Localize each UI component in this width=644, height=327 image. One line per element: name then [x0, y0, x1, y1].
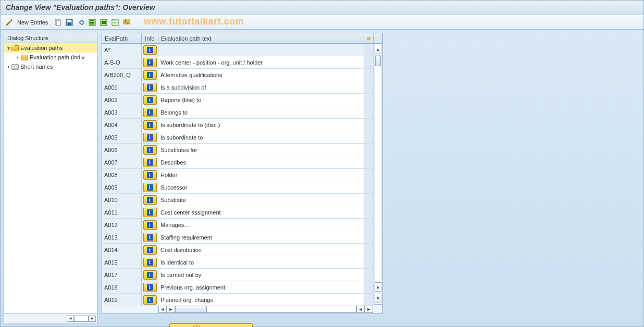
cell-evalpath[interactable]: A010 [102, 194, 142, 206]
cell-evalpath[interactable]: A017 [102, 269, 142, 281]
select-block-icon[interactable] [99, 18, 108, 27]
info-button[interactable]: i [143, 108, 157, 117]
scroll-thumb[interactable] [375, 56, 381, 66]
deselect-icon[interactable] [110, 18, 120, 27]
info-button[interactable]: i [143, 133, 157, 142]
cell-evalpath[interactable]: A005 [102, 131, 142, 144]
scroll-track[interactable] [175, 306, 356, 313]
info-button[interactable]: i [143, 208, 157, 217]
table-row[interactable]: A001iIs a subdivision of [102, 81, 382, 94]
cell-text[interactable]: Reports (line) to [158, 94, 364, 106]
table-row[interactable]: A014iCost distribution [102, 244, 382, 256]
tree[interactable]: ▾ Evaluation paths • Evaluation path (in… [4, 43, 97, 313]
info-button[interactable]: i [143, 195, 157, 205]
info-button[interactable]: i [143, 83, 157, 92]
cell-evalpath[interactable]: A007 [102, 156, 142, 169]
scroll-right-icon[interactable]: ► [89, 316, 96, 322]
cell-evalpath[interactable]: A015 [102, 256, 142, 269]
table-row[interactable]: A008iHolder [102, 169, 382, 181]
scroll-left-icon[interactable]: ◄ [67, 316, 74, 322]
cell-text[interactable]: Is a subdivision of [158, 81, 364, 94]
position-button[interactable]: Position... [169, 323, 253, 327]
cell-text[interactable]: Staffing requirement [158, 231, 364, 244]
table-row[interactable]: A012iManages... [102, 219, 382, 231]
cell-text[interactable]: Is identical to [158, 256, 364, 269]
info-button[interactable]: i [143, 145, 157, 155]
table-row[interactable]: A-S-OiWork center - position - org. unit… [102, 56, 382, 69]
cell-evalpath[interactable]: A004 [102, 119, 142, 131]
new-entries-button[interactable]: New Entries [16, 18, 51, 27]
cell-text[interactable]: Substitutes for [158, 144, 364, 156]
info-button[interactable]: i [143, 170, 157, 180]
table-row[interactable]: A011iCost center assignment [102, 206, 382, 219]
info-button[interactable]: i [143, 295, 157, 305]
info-button[interactable]: i [143, 58, 157, 67]
scroll-thumb[interactable] [74, 316, 89, 322]
configure-icon[interactable] [122, 18, 131, 27]
table-row[interactable]: A019iPlanned org. change [102, 294, 382, 306]
table-row[interactable]: A013iStaffing requirement [102, 231, 382, 244]
cell-text[interactable]: Work center - position - org. unit / hol… [158, 56, 364, 69]
cell-text[interactable]: Successor [158, 181, 364, 194]
table-row[interactable]: A007iDescribes [102, 156, 382, 169]
expand-icon[interactable]: ▾ [5, 45, 11, 51]
cell-text[interactable]: Belongs to [158, 106, 364, 119]
scroll-down-icon[interactable]: ▼ [375, 294, 381, 303]
table-row[interactable]: A009iSuccessor [102, 181, 382, 194]
scroll-track[interactable] [375, 55, 381, 281]
cell-evalpath[interactable]: A001 [102, 81, 142, 94]
scroll-down-icon[interactable]: ▲ [375, 282, 381, 292]
info-button[interactable]: i [143, 95, 157, 105]
table-row[interactable]: A017iIs carried out by [102, 269, 382, 281]
table-row[interactable]: A005iIs subordinate to [102, 131, 382, 144]
table-row[interactable]: A*i [102, 44, 382, 56]
info-button[interactable]: i [143, 158, 157, 167]
info-button[interactable]: i [143, 120, 157, 130]
scroll-up-icon[interactable]: ▲ [375, 45, 381, 54]
splitter[interactable] [97, 30, 102, 326]
cell-evalpath[interactable]: A012 [102, 219, 142, 231]
table-row[interactable]: A003iBelongs to [102, 106, 382, 119]
cell-text[interactable]: Holder [158, 169, 364, 181]
table-row[interactable]: A002iReports (line) to [102, 94, 382, 106]
cell-text[interactable]: Cost distribution [158, 244, 364, 256]
table-row[interactable]: A004iIs subordinate to (disc.) [102, 119, 382, 131]
tree-item-short-names[interactable]: • Short names [4, 62, 97, 71]
scroll-right-icon[interactable]: ◄ [356, 306, 365, 313]
info-button[interactable]: i [143, 258, 157, 267]
cell-text[interactable]: Manages... [158, 219, 364, 231]
col-header-evalpath[interactable]: EvalPath [102, 33, 142, 43]
cell-text[interactable]: Cost center assignment [158, 206, 364, 219]
table-row[interactable]: A006iSubstitutes for [102, 144, 382, 156]
cell-text[interactable]: Is subordinate to (disc.) [158, 119, 364, 131]
cell-evalpath[interactable]: A008 [102, 169, 142, 181]
table-row[interactable]: A/B200_QiAlternative qualifications [102, 69, 382, 81]
scroll-right-icon[interactable]: ► [365, 306, 373, 313]
cell-text[interactable]: Is carried out by [158, 269, 364, 281]
select-all-icon[interactable] [88, 18, 97, 27]
scroll-thumb[interactable] [176, 306, 207, 312]
cell-evalpath[interactable]: A003 [102, 106, 142, 119]
table-row[interactable]: A010iSubstitute [102, 194, 382, 206]
cell-evalpath[interactable]: A013 [102, 231, 142, 244]
cell-evalpath[interactable]: A014 [102, 244, 142, 256]
col-header-info[interactable]: Info [142, 33, 158, 43]
vertical-scrollbar[interactable]: ▲ ▲ ▼ [373, 44, 382, 304]
tree-item-evaluation-path-indiv[interactable]: • Evaluation path (indiv [4, 53, 97, 62]
table-row[interactable]: A015iIs identical to [102, 256, 382, 269]
cell-text[interactable] [158, 44, 364, 56]
cell-evalpath[interactable]: A011 [102, 206, 142, 219]
scroll-left-icon[interactable]: ► [167, 306, 175, 313]
info-button[interactable]: i [143, 233, 157, 242]
info-button[interactable]: i [143, 220, 157, 230]
cell-evalpath[interactable]: A-S-O [102, 56, 142, 69]
info-button[interactable]: i [143, 70, 157, 80]
scroll-left-icon[interactable]: ◄ [158, 306, 167, 313]
table-settings-button[interactable] [364, 33, 374, 43]
cell-evalpath[interactable]: A019 [102, 294, 142, 306]
undo-icon[interactable] [76, 18, 85, 27]
col-header-text[interactable]: Evaluation path text [158, 33, 364, 43]
info-button[interactable]: i [143, 270, 157, 280]
tree-item-evaluation-paths[interactable]: ▾ Evaluation paths [4, 43, 97, 53]
cell-text[interactable]: Planned org. change [158, 294, 364, 306]
